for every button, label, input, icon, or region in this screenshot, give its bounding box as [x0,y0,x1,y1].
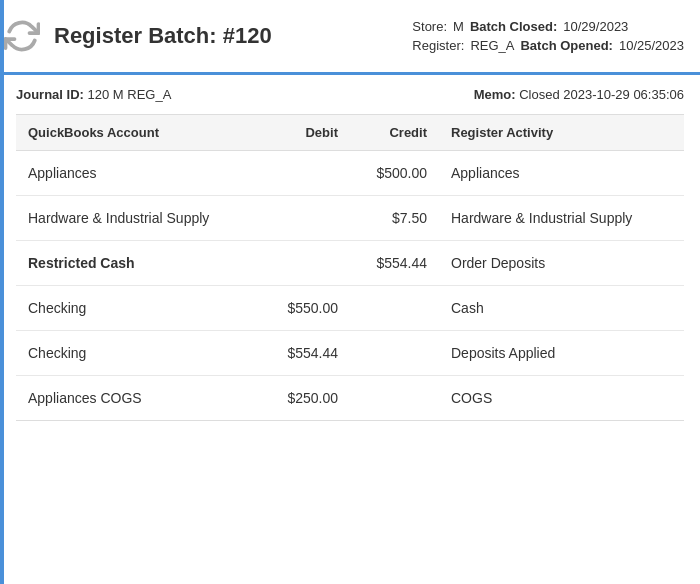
cell-debit [261,241,350,286]
memo-value: Closed 2023-10-29 06:35:06 [519,87,684,102]
col-header-account: QuickBooks Account [16,115,261,151]
table-row: Appliances COGS$250.00COGS [16,376,684,421]
cell-debit: $250.00 [261,376,350,421]
cell-credit: $500.00 [350,151,439,196]
journal-id-value: 120 M REG_A [88,87,172,102]
cell-activity: Order Deposits [439,241,684,286]
batch-opened-value: 10/25/2023 [619,38,684,53]
cell-debit: $550.00 [261,286,350,331]
memo-label: Memo: [474,87,516,102]
col-header-debit: Debit [261,115,350,151]
table-row: Restricted Cash$554.44Order Deposits [16,241,684,286]
page-header: Register Batch: #120 Store: M Batch Clos… [0,0,700,75]
cell-credit: $554.44 [350,241,439,286]
sub-header: Journal ID: 120 M REG_A Memo: Closed 202… [0,75,700,114]
table-row: Appliances$500.00Appliances [16,151,684,196]
cell-activity: Cash [439,286,684,331]
col-header-credit: Credit [350,115,439,151]
cell-activity: Appliances [439,151,684,196]
journal-id: Journal ID: 120 M REG_A [16,87,171,102]
cell-credit [350,376,439,421]
cell-account: Checking [16,286,261,331]
cell-credit [350,286,439,331]
table-header-row: QuickBooks Account Debit Credit Register… [16,115,684,151]
register-label: Register: [412,38,464,53]
cell-debit: $554.44 [261,331,350,376]
cell-activity: COGS [439,376,684,421]
store-label: Store: [412,19,447,34]
page-title: Register Batch: #120 [54,23,412,49]
left-accent-bar [0,0,4,584]
register-table: QuickBooks Account Debit Credit Register… [16,114,684,421]
cell-account: Appliances [16,151,261,196]
batch-closed-value: 10/29/2023 [563,19,628,34]
cell-credit: $7.50 [350,196,439,241]
cell-credit [350,331,439,376]
table-row: Hardware & Industrial Supply$7.50Hardwar… [16,196,684,241]
cell-activity: Deposits Applied [439,331,684,376]
header-meta: Store: M Batch Closed: 10/29/2023 Regist… [412,19,684,53]
cell-debit [261,151,350,196]
table-row: Checking$554.44Deposits Applied [16,331,684,376]
col-header-activity: Register Activity [439,115,684,151]
journal-id-label: Journal ID: [16,87,84,102]
cell-account: Hardware & Industrial Supply [16,196,261,241]
memo: Memo: Closed 2023-10-29 06:35:06 [474,87,684,102]
cell-account: Checking [16,331,261,376]
refresh-icon[interactable] [0,14,44,58]
register-value: REG_A [470,38,514,53]
store-value: M [453,19,464,34]
batch-opened-label: Batch Opened: [520,38,612,53]
cell-account: Appliances COGS [16,376,261,421]
batch-closed-label: Batch Closed: [470,19,557,34]
cell-debit [261,196,350,241]
cell-account: Restricted Cash [16,241,261,286]
table-container: QuickBooks Account Debit Credit Register… [0,114,700,421]
cell-activity: Hardware & Industrial Supply [439,196,684,241]
table-row: Checking$550.00Cash [16,286,684,331]
